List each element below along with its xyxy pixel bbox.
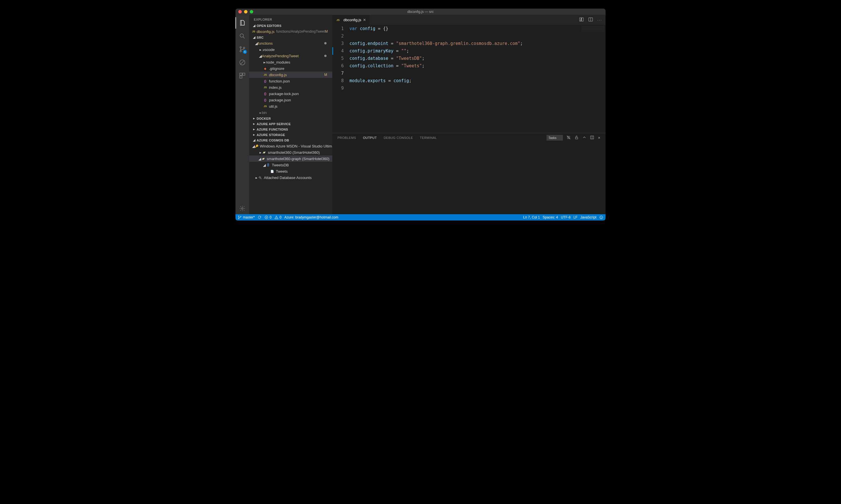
title-bar: dbconfig.js — src (235, 8, 606, 15)
cosmos-account-1[interactable]: ▸ 🪐smarthotel360 (SmartHotel360) (249, 149, 332, 156)
sidebar-explorer: EXPLORER ◢OPEN EDITORS JS dbconfig.js fu… (249, 15, 332, 214)
status-bar: master* 0 0 Azure: bradymgaster@hotmail.… (235, 214, 606, 220)
minimap[interactable] (581, 26, 604, 35)
svg-point-10 (241, 208, 243, 209)
split-editor-button[interactable] (588, 17, 593, 23)
window-title: dbconfig.js — src (235, 10, 606, 14)
panel-tab-bar: PROBLEMS OUTPUT DEBUG CONSOLE TERMINAL T… (332, 133, 606, 142)
status-branch[interactable]: master* (238, 215, 255, 219)
panel-tab-terminal[interactable]: TERMINAL (420, 136, 437, 140)
activity-search[interactable] (235, 30, 249, 42)
cosmos-collection[interactable]: 📄Tweets (249, 168, 332, 174)
svg-point-3 (240, 51, 241, 52)
tab-bar: JS dbconfig.js ✕ ··· (332, 15, 606, 25)
svg-point-23 (238, 218, 239, 219)
sync-icon (257, 215, 262, 219)
svg-rect-12 (582, 18, 584, 21)
panel-close-button[interactable]: ✕ (598, 136, 601, 140)
status-errors[interactable]: 0 (264, 215, 271, 219)
plug-icon: 🔌 (258, 175, 262, 180)
cosmos-icon: 🪐 (261, 156, 265, 161)
close-window-button[interactable] (238, 10, 242, 14)
svg-point-31 (601, 217, 601, 217)
project-section[interactable]: ◢SRC (249, 35, 332, 40)
scm-badge: 5 (243, 50, 247, 54)
minimize-window-button[interactable] (244, 10, 248, 14)
svg-point-2 (240, 47, 241, 48)
status-language[interactable]: JavaScript (580, 215, 596, 219)
activity-scm[interactable]: 5 (235, 43, 249, 55)
tree-file-pkg[interactable]: {}package.json (249, 97, 332, 103)
key-icon: 🔑 (255, 144, 258, 148)
error-icon (264, 215, 268, 219)
cosmos-icon: 🪐 (262, 150, 266, 155)
docker-section[interactable]: ▸DOCKER (249, 116, 332, 121)
azure-functions-section[interactable]: ▸AZURE FUNCTIONS (249, 127, 332, 132)
output-channel-select[interactable]: Tasks (547, 135, 563, 141)
azure-storage-section[interactable]: ▸AZURE STORAGE (249, 132, 332, 138)
activity-explorer[interactable] (235, 17, 249, 29)
code-editor[interactable]: 1 2 3 4 5 6 7 8 9 var config = {} config… (332, 25, 606, 133)
open-editors-section[interactable]: ◢OPEN EDITORS (249, 23, 332, 28)
clear-output-button[interactable] (566, 135, 571, 140)
tree-file-pkglock[interactable]: {}package-lock.json (249, 90, 332, 97)
gear-icon (239, 205, 246, 212)
files-icon (239, 19, 246, 26)
svg-point-32 (602, 217, 602, 217)
cosmos-database[interactable]: ◢ 🗄TweetsDB (249, 162, 332, 168)
status-eol[interactable]: LF (573, 215, 577, 219)
traffic-lights (238, 10, 253, 14)
tree-folder-analyze[interactable]: ◢ AnalyzePendingTweet (249, 53, 332, 59)
status-indentation[interactable]: Spaces: 4 (543, 215, 558, 219)
extensions-icon (239, 72, 246, 79)
code-lines: var config = {} config.endpoint = "smart… (350, 25, 606, 133)
tree-folder-bin[interactable]: ▸ bin (249, 109, 332, 116)
svg-rect-8 (243, 73, 245, 75)
open-editor-item[interactable]: JS dbconfig.js functions/AnalyzePendingT… (249, 28, 332, 35)
status-sync[interactable] (257, 215, 262, 219)
lock-scroll-button[interactable] (574, 135, 579, 140)
status-cursor-position[interactable]: Ln 7, Col 1 (523, 215, 540, 219)
status-azure-account[interactable]: Azure: bradymgaster@hotmail.com (284, 215, 338, 219)
panel-maximize-button[interactable] (590, 135, 594, 140)
zoom-window-button[interactable] (250, 10, 253, 14)
panel-tab-problems[interactable]: PROBLEMS (337, 136, 356, 140)
activity-bar: 5 (235, 15, 249, 214)
no-bug-icon (239, 59, 246, 66)
status-encoding[interactable]: UTF-8 (561, 215, 571, 219)
tree-folder-functions[interactable]: ◢ functions (249, 40, 332, 47)
database-icon: 🗄 (266, 163, 270, 167)
modified-dot-icon (324, 42, 326, 44)
activity-debug[interactable] (235, 57, 249, 68)
tree-file-utiljs[interactable]: JSutil.js (249, 103, 332, 109)
cosmos-attached[interactable]: ▸ 🔌Attached Database Accounts (249, 174, 332, 181)
tree-file-indexjs[interactable]: JSindex.js (249, 84, 332, 90)
tab-dbconfig[interactable]: JS dbconfig.js ✕ (332, 15, 370, 25)
panel-up-button[interactable] (582, 136, 586, 140)
svg-line-6 (240, 60, 244, 65)
azure-app-service-section[interactable]: ▸AZURE APP SERVICE (249, 121, 332, 127)
tree-file-dbconfig[interactable]: JSdbconfig.jsM (249, 72, 332, 78)
json-icon: {} (263, 79, 268, 83)
json-icon: {} (263, 98, 268, 102)
tree-file-functionjson[interactable]: {}function.json (249, 78, 332, 84)
cosmos-tree: ◢ 🔑Windows Azure MSDN - Visual Studio Ul… (249, 143, 332, 181)
panel-tab-debug[interactable]: DEBUG CONSOLE (383, 136, 413, 140)
close-tab-button[interactable]: ✕ (363, 18, 366, 22)
status-feedback[interactable] (599, 215, 603, 219)
azure-cosmos-section[interactable]: ◢AZURE COSMOS DB (249, 138, 332, 143)
cosmos-account-2[interactable]: ◢ 🪐smarthotel360-graph (SmartHotel360) (249, 156, 332, 162)
activity-extensions[interactable] (235, 70, 249, 81)
activity-settings[interactable] (235, 203, 249, 214)
tree-folder-vscode[interactable]: ▸ .vscode (249, 47, 332, 53)
compare-icon[interactable] (579, 17, 584, 23)
git-icon: ◆ (263, 66, 268, 71)
tree-folder-nodemodules[interactable]: ▸ node_modules (249, 59, 332, 65)
bottom-panel: PROBLEMS OUTPUT DEBUG CONSOLE TERMINAL T… (332, 133, 606, 214)
tree-file-gitignore[interactable]: ◆.gitignore (249, 65, 332, 72)
search-icon (239, 33, 246, 39)
status-warnings[interactable]: 0 (274, 215, 282, 219)
cosmos-subscription[interactable]: ◢ 🔑Windows Azure MSDN - Visual Studio Ul… (249, 143, 332, 149)
panel-tab-output[interactable]: OUTPUT (363, 136, 377, 140)
more-actions-button[interactable]: ··· (597, 18, 602, 22)
